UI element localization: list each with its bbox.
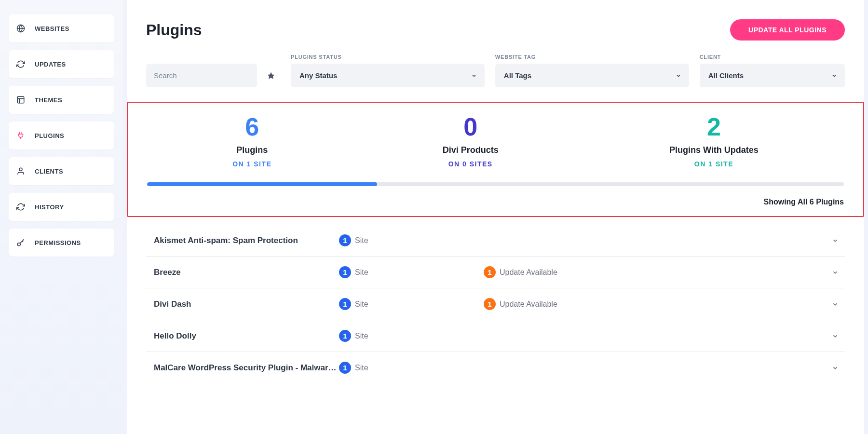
user-icon xyxy=(16,167,25,176)
sidebar: WEBSITES UPDATES THEMES PLUGINS CLIENTS … xyxy=(0,0,123,434)
stat-divi: 0 Divi Products ON 0 SITES xyxy=(443,114,499,168)
globe-icon xyxy=(16,24,25,33)
plugin-sites: 1 Site xyxy=(339,330,484,342)
site-count-badge: 1 xyxy=(339,266,351,278)
sidebar-item-plugins[interactable]: PLUGINS xyxy=(9,122,114,149)
stats-highlight: 6 Plugins ON 1 SITE 0 Divi Products ON 0… xyxy=(127,102,864,217)
plugin-name: MalCare WordPress Security Plugin - Malw… xyxy=(146,363,339,373)
svg-rect-2 xyxy=(17,96,24,103)
chevron-down-icon xyxy=(826,237,845,244)
plugin-row[interactable]: Breeze 1 Site 1 Update Available xyxy=(146,257,845,288)
update-count-badge: 1 xyxy=(484,298,496,310)
page-title: Plugins xyxy=(146,21,202,39)
plugin-update: 1 Update Available xyxy=(484,298,826,310)
plugin-sites: 1 Site xyxy=(339,234,484,246)
svg-point-6 xyxy=(17,243,20,246)
site-text: Site xyxy=(355,364,368,372)
stat-label: Plugins With Updates xyxy=(669,145,759,155)
plugin-sites: 1 Site xyxy=(339,362,484,374)
filter-client-group: CLIENT All Clients xyxy=(700,54,845,87)
chevron-down-icon xyxy=(826,333,845,339)
search-input[interactable] xyxy=(146,64,257,87)
stat-label: Divi Products xyxy=(443,145,499,155)
update-all-button[interactable]: UPDATE ALL PLUGINS xyxy=(730,19,845,41)
stat-number: 2 xyxy=(669,114,759,139)
plugin-row[interactable]: Hello Dolly 1 Site xyxy=(146,320,845,352)
filter-client-label: CLIENT xyxy=(700,54,845,60)
update-text: Update Available xyxy=(500,268,557,277)
plugin-row[interactable]: Akismet Anti-spam: Spam Protection 1 Sit… xyxy=(146,225,845,257)
site-text: Site xyxy=(355,268,368,277)
plugin-name: Hello Dolly xyxy=(146,331,339,341)
filter-tag-group: WEBSITE TAG All Tags xyxy=(495,54,689,87)
filter-status-label: PLUGINS STATUS xyxy=(291,54,485,60)
plugin-row[interactable]: Divi Dash 1 Site 1 Update Available xyxy=(146,288,845,320)
stat-updates: 2 Plugins With Updates ON 1 SITE xyxy=(669,114,759,168)
chevron-down-icon xyxy=(826,269,845,276)
stat-label: Plugins xyxy=(232,145,271,155)
svg-point-5 xyxy=(19,168,22,171)
update-text: Update Available xyxy=(500,300,557,309)
stat-number: 0 xyxy=(443,114,499,139)
sidebar-item-label: PLUGINS xyxy=(35,132,64,139)
site-count-badge: 1 xyxy=(339,330,351,342)
plugin-update: 1 Update Available xyxy=(484,266,826,278)
sidebar-item-label: HISTORY xyxy=(35,203,64,211)
sidebar-item-permissions[interactable]: PERMISSIONS xyxy=(9,229,114,257)
svg-marker-7 xyxy=(268,72,275,79)
stats-row: 6 Plugins ON 1 SITE 0 Divi Products ON 0… xyxy=(147,114,844,168)
plugin-name: Divi Dash xyxy=(146,299,339,309)
filter-client-select[interactable]: All Clients xyxy=(700,64,845,87)
layout-icon xyxy=(16,95,25,104)
sidebar-item-label: CLIENTS xyxy=(35,168,63,175)
sidebar-item-label: THEMES xyxy=(35,96,62,104)
main-content: Plugins UPDATE ALL PLUGINS PLUGINS STATU… xyxy=(127,0,864,434)
filter-status-select[interactable]: Any Status xyxy=(291,64,485,87)
search-wrap xyxy=(146,64,280,87)
progress-bar xyxy=(147,182,844,186)
sidebar-item-websites[interactable]: WEBSITES xyxy=(9,14,114,42)
showing-text: Showing All 6 Plugins xyxy=(147,198,844,206)
update-count-badge: 1 xyxy=(484,266,496,278)
filter-tag-label: WEBSITE TAG xyxy=(495,54,689,60)
filter-status-group: PLUGINS STATUS Any Status xyxy=(291,54,485,87)
plugin-list: Akismet Anti-spam: Spam Protection 1 Sit… xyxy=(146,225,845,383)
header: Plugins UPDATE ALL PLUGINS xyxy=(146,19,845,41)
site-text: Site xyxy=(355,300,368,309)
filter-tag-select[interactable]: All Tags xyxy=(495,64,689,87)
progress-fill xyxy=(147,182,377,186)
plugin-sites: 1 Site xyxy=(339,266,484,278)
refresh-icon xyxy=(16,60,25,68)
plugin-name: Breeze xyxy=(146,268,339,277)
plugin-sites: 1 Site xyxy=(339,298,484,310)
sidebar-item-clients[interactable]: CLIENTS xyxy=(9,157,114,185)
site-text: Site xyxy=(355,236,368,245)
star-icon[interactable] xyxy=(262,71,280,80)
sidebar-item-label: UPDATES xyxy=(35,61,66,68)
refresh-icon xyxy=(16,203,25,211)
chevron-down-icon xyxy=(826,301,845,308)
plug-icon xyxy=(16,131,25,140)
stat-sub: ON 0 SITES xyxy=(443,160,499,168)
stat-plugins: 6 Plugins ON 1 SITE xyxy=(232,114,271,168)
sidebar-item-themes[interactable]: THEMES xyxy=(9,86,114,114)
sidebar-item-history[interactable]: HISTORY xyxy=(9,193,114,221)
sidebar-item-updates[interactable]: UPDATES xyxy=(9,50,114,78)
site-text: Site xyxy=(355,332,368,340)
plugin-name: Akismet Anti-spam: Spam Protection xyxy=(146,236,339,245)
plugin-row[interactable]: MalCare WordPress Security Plugin - Malw… xyxy=(146,352,845,383)
sidebar-item-label: WEBSITES xyxy=(35,25,69,32)
site-count-badge: 1 xyxy=(339,298,351,310)
site-count-badge: 1 xyxy=(339,234,351,246)
chevron-down-icon xyxy=(826,365,845,371)
stat-sub: ON 1 SITE xyxy=(669,160,759,168)
key-icon xyxy=(16,238,25,247)
filters: PLUGINS STATUS Any Status WEBSITE TAG Al… xyxy=(146,54,845,87)
sidebar-item-label: PERMISSIONS xyxy=(35,239,81,246)
site-count-badge: 1 xyxy=(339,362,351,374)
stat-sub: ON 1 SITE xyxy=(232,160,271,168)
stat-number: 6 xyxy=(232,114,271,139)
